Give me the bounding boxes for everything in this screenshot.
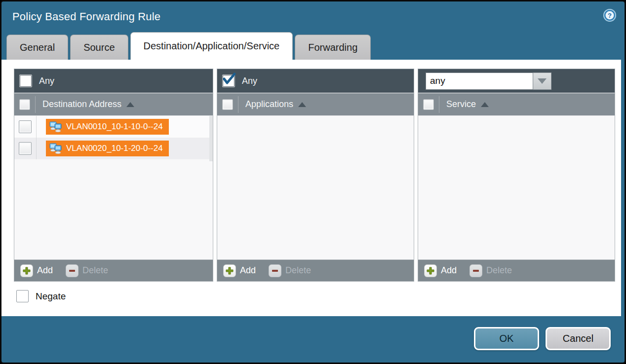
destination-list: VLAN0010_10-1-10-0--24 [14,115,213,259]
policy-based-forwarding-dialog: Policy Based Forwarding Rule ? General S… [0,0,626,364]
applications-column-header[interactable]: Applications [217,93,414,115]
service-combobox [426,73,551,90]
cancel-button[interactable]: Cancel [546,327,611,350]
service-column-header[interactable]: Service [418,93,615,115]
destination-any-label: Any [39,76,54,86]
minus-icon [66,264,78,277]
service-select-all-checkbox[interactable] [423,99,434,110]
address-object-icon [49,121,62,133]
plus-icon [424,264,437,277]
tab-content: Any Destination Address [1,60,621,316]
service-dropdown-input[interactable] [426,73,533,90]
add-button-label: Add [240,265,256,276]
destination-any-checkbox[interactable] [19,74,32,87]
row-divider [36,116,37,138]
tab-destination-application-service[interactable]: Destination/Application/Service [130,32,293,60]
row-divider [36,138,37,159]
address-object-icon [49,143,62,154]
applications-any-label: Any [242,76,257,86]
add-button-label: Add [441,265,457,276]
selector-columns: Any Destination Address [14,69,615,282]
header-divider [35,96,36,113]
minus-icon [470,264,482,277]
service-list [418,115,615,259]
applications-any-bar: Any [217,69,414,93]
dialog-title-bar: Policy Based Forwarding Rule ? [1,1,625,31]
add-button[interactable]: Add [20,264,53,277]
add-button-label: Add [37,265,53,276]
add-button[interactable]: Add [424,264,457,277]
applications-list [217,115,414,259]
service-any-bar [418,69,615,93]
svg-text:?: ? [608,12,612,19]
tab-forwarding[interactable]: Forwarding [295,35,371,60]
sort-ascending-icon [126,102,134,107]
destination-column-header[interactable]: Destination Address [14,93,213,115]
destination-header-label: Destination Address [42,99,121,109]
table-row: VLAN0020_10-1-20-0--24 [14,138,213,159]
applications-any-checkbox[interactable] [222,74,235,87]
service-panel: Service Add Delete [418,69,615,282]
table-row: VLAN0010_10-1-10-0--24 [14,116,213,138]
row-checkbox[interactable] [19,120,32,133]
delete-button-label: Delete [486,265,512,276]
dialog-title: Policy Based Forwarding Rule [12,10,160,23]
row-checkbox[interactable] [19,142,32,155]
address-object-label: VLAN0020_10-1-20-0--24 [66,144,163,153]
destination-any-bar: Any [14,69,213,93]
delete-button[interactable]: Delete [470,264,512,277]
tab-bar: General Source Destination/Application/S… [6,32,373,60]
tab-general[interactable]: General [6,35,68,60]
scrollbar[interactable] [209,116,213,161]
address-object-label: VLAN0010_10-1-10-0--24 [66,122,163,132]
destination-address-panel: Any Destination Address [14,69,213,282]
negate-label: Negate [36,291,66,302]
sort-ascending-icon [298,102,306,107]
tab-source[interactable]: Source [70,35,128,60]
header-divider [439,96,439,113]
delete-button-label: Delete [82,265,108,276]
applications-panel: Any Applications Add [217,69,414,282]
address-object-chip[interactable]: VLAN0010_10-1-10-0--24 [46,119,169,135]
applications-select-all-checkbox[interactable] [222,99,233,110]
dialog-button-row: OK Cancel [474,327,611,350]
address-object-chip[interactable]: VLAN0020_10-1-20-0--24 [46,141,169,156]
applications-toolbar: Add Delete [217,259,414,281]
sort-ascending-icon [481,102,489,107]
minus-icon [269,264,281,277]
service-toolbar: Add Delete [418,259,615,281]
header-divider [238,96,238,113]
delete-button[interactable]: Delete [66,264,108,277]
chevron-down-icon [538,78,547,84]
delete-button-label: Delete [285,265,311,276]
destination-toolbar: Add Delete [14,259,213,281]
applications-header-label: Applications [245,99,293,109]
help-icon[interactable]: ? [603,8,617,22]
service-dropdown-button[interactable] [533,73,551,90]
plus-icon [20,264,33,277]
negate-option: Negate [16,290,66,302]
negate-checkbox[interactable] [16,290,29,302]
plus-icon [223,264,236,277]
add-button[interactable]: Add [223,264,256,277]
ok-button[interactable]: OK [474,327,539,350]
destination-select-all-checkbox[interactable] [19,99,30,110]
delete-button[interactable]: Delete [269,264,311,277]
service-header-label: Service [446,99,476,109]
